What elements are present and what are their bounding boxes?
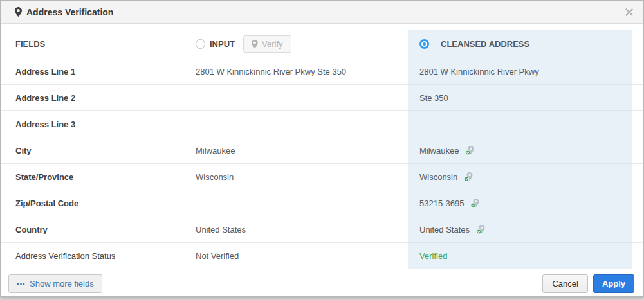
spacer-cell — [632, 30, 643, 58]
table-row-address-line-2: Address Line 2 Ste 350 — [1, 85, 643, 111]
verified-pin-icon — [464, 172, 474, 182]
spacer-cell — [632, 111, 643, 137]
input-value: Milwaukee — [196, 137, 408, 164]
field-label: Address Line 3 — [1, 111, 196, 137]
field-label: Address Line 2 — [1, 85, 196, 111]
cleansed-value-cell: 53215-3695 — [408, 190, 632, 216]
cleansed-value-cell: Wisconsin — [408, 164, 632, 190]
input-value — [196, 85, 408, 111]
dialog-titlebar: Address Verification — [1, 1, 643, 24]
field-label: City — [1, 137, 196, 164]
cleansed-value: 53215-3695 — [419, 199, 464, 208]
verified-pin-icon — [470, 198, 481, 208]
field-label: State/Province — [1, 164, 196, 190]
input-value: United States — [196, 216, 408, 243]
table-row-country: Country United States United States — [1, 216, 643, 243]
close-icon[interactable] — [625, 8, 633, 16]
verified-pin-icon — [476, 224, 486, 234]
spacer-cell — [632, 164, 643, 190]
input-radio-label: INPUT — [210, 39, 235, 49]
location-pin-icon — [15, 7, 22, 17]
input-value: Wisconsin — [196, 164, 408, 190]
address-comparison-table: FIELDS INPUT Verify CLEANSED ADDRESS Add… — [1, 30, 643, 269]
input-column-header: INPUT Verify — [196, 30, 408, 58]
cleansed-value-cell: Ste 350 — [408, 85, 632, 111]
table-row-verification-status: Address Verification Status Not Verified… — [1, 243, 643, 269]
cleansed-value: Milwaukee — [419, 146, 459, 155]
cancel-button[interactable]: Cancel — [542, 274, 587, 293]
field-label: Zip/Postal Code — [1, 190, 196, 216]
verified-pin-icon — [465, 145, 475, 155]
spacer-cell — [632, 85, 643, 111]
cleansed-value-cell: United States — [408, 216, 632, 243]
verify-button-label: Verify — [262, 39, 283, 49]
verified-status: Verified — [419, 251, 447, 261]
cleansed-address-radio[interactable] — [419, 39, 429, 49]
input-value: 2801 W Kinnickinnic River Pkwy Ste 350 — [196, 58, 408, 85]
input-radio[interactable] — [196, 39, 205, 49]
cleansed-value-cell: 2801 W Kinnickinnic River Pkwy — [408, 58, 632, 85]
cleansed-value-cell: Verified — [408, 243, 632, 269]
spacer-cell — [632, 216, 643, 243]
table-row-address-line-3: Address Line 3 — [1, 111, 643, 137]
spacer-cell — [632, 243, 643, 269]
table-row-city: City Milwaukee Milwaukee — [1, 137, 643, 164]
show-more-fields-button[interactable]: Show more fields — [8, 274, 102, 293]
spacer-cell — [632, 137, 643, 164]
dialog-title: Address Verification — [26, 7, 113, 17]
table-row-state-province: State/Province Wisconsin Wisconsin — [1, 164, 643, 190]
field-label: Country — [1, 216, 196, 243]
ellipsis-icon — [17, 283, 25, 285]
table-header-row: FIELDS INPUT Verify CLEANSED ADDRESS — [1, 30, 643, 58]
input-value: Not Verified — [196, 243, 408, 269]
spacer-cell — [632, 58, 643, 85]
cleansed-column-header: CLEANSED ADDRESS — [408, 30, 632, 58]
table-row-zip-postal-code: Zip/Postal Code 53215-3695 — [1, 190, 643, 216]
field-label: Address Line 1 — [1, 58, 196, 85]
cleansed-value-cell — [408, 111, 632, 137]
cleansed-value: Wisconsin — [419, 172, 457, 182]
verify-button[interactable]: Verify — [243, 35, 291, 53]
verify-pin-icon — [252, 40, 258, 48]
show-more-fields-label: Show more fields — [30, 279, 94, 288]
field-label: Address Verification Status — [1, 243, 196, 269]
cleansed-value: Ste 350 — [419, 93, 448, 103]
spacer-cell — [632, 190, 643, 216]
apply-button[interactable]: Apply — [593, 274, 634, 293]
input-value — [196, 111, 408, 137]
cleansed-address-label: CLEANSED ADDRESS — [441, 39, 529, 49]
table-row-address-line-1: Address Line 1 2801 W Kinnickinnic River… — [1, 58, 643, 85]
input-value — [196, 190, 408, 216]
cleansed-value-cell: Milwaukee — [408, 137, 632, 164]
cleansed-value: 2801 W Kinnickinnic River Pkwy — [419, 67, 539, 76]
dialog-footer: Show more fields Cancel Apply — [1, 269, 643, 293]
cleansed-value: United States — [419, 225, 470, 234]
fields-column-header: FIELDS — [1, 30, 196, 58]
address-verification-dialog: Address Verification FIELDS INPUT Verify — [0, 0, 644, 297]
